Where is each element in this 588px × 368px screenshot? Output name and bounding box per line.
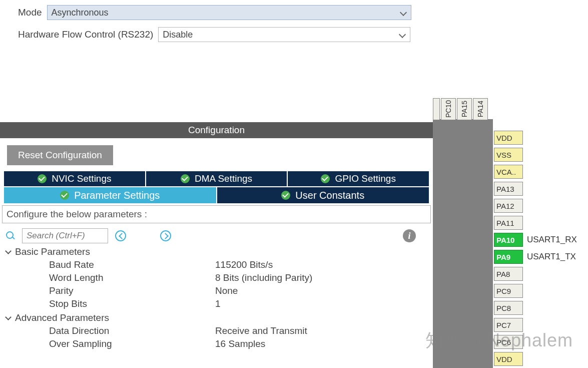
param-value-oversamp[interactable]: 16 Samples — [215, 338, 265, 349]
check-icon — [60, 191, 69, 200]
pin-label: PC10 — [444, 100, 452, 118]
configuration-header: Configuration — [0, 122, 433, 138]
param-value-parity[interactable]: None — [215, 285, 238, 296]
param-label-oversamp: Over Sampling — [49, 338, 215, 349]
pin-function-label: USART1_RX — [527, 235, 577, 245]
param-label-stopbits: Stop Bits — [49, 298, 215, 309]
pin-vdd[interactable]: VDD — [494, 131, 523, 145]
tab-label: User Constants — [295, 190, 364, 201]
mode-label: Mode — [18, 7, 42, 18]
param-value-baud[interactable]: 115200 Bits/s — [215, 259, 273, 270]
param-label-parity: Parity — [49, 285, 215, 296]
pin-vss[interactable]: VSS — [494, 148, 523, 162]
tab-label: Parameter Settings — [74, 190, 160, 201]
group-basic-parameters[interactable]: Basic Parameters — [5, 246, 433, 257]
mode-select[interactable]: Asynchronous — [47, 5, 411, 20]
pin-label: PA15 — [460, 101, 468, 117]
tab-label: DMA Settings — [195, 173, 252, 184]
mode-value: Asynchronous — [52, 8, 109, 18]
pin-vca[interactable]: VCA.. — [494, 165, 523, 179]
pin-vdd[interactable]: VDD — [494, 352, 523, 366]
tab-label: NVIC Settings — [52, 173, 111, 184]
param-label-datadir: Data Direction — [49, 325, 215, 336]
tab-gpio-settings[interactable]: GPIO Settings — [288, 171, 429, 186]
param-label-wordlen: Word Length — [49, 272, 215, 283]
chevron-down-icon — [5, 315, 11, 321]
collapse-next-button[interactable] — [160, 230, 171, 241]
pin-pa10[interactable]: PA10 — [494, 233, 523, 247]
group-label: Advanced Parameters — [15, 312, 109, 323]
tab-label: GPIO Settings — [335, 173, 395, 184]
pin-pa11[interactable]: PA11 — [494, 216, 523, 230]
tab-dma-settings[interactable]: DMA Settings — [146, 171, 287, 186]
tab-parameter-settings[interactable]: Parameter Settings — [4, 187, 216, 203]
chip-body — [433, 119, 493, 368]
configure-hint: Configure the below parameters : — [2, 205, 431, 223]
search-input[interactable] — [22, 228, 108, 243]
group-advanced-parameters[interactable]: Advanced Parameters — [5, 312, 433, 323]
pin-pa15[interactable]: PA15 — [457, 98, 472, 120]
pin-label: PA14 — [476, 101, 484, 117]
pin-pc6[interactable]: PC6 — [494, 335, 523, 349]
pin-pc9[interactable]: PC9 — [494, 284, 523, 298]
check-icon — [38, 174, 47, 183]
pin-function-label: USART1_TX — [527, 252, 576, 262]
pin-pa9[interactable]: PA9 — [494, 250, 523, 264]
chevron-down-icon — [399, 31, 406, 38]
flow-control-select[interactable]: Disable — [158, 27, 410, 42]
group-label: Basic Parameters — [15, 246, 90, 257]
check-icon — [181, 174, 190, 183]
reset-configuration-button[interactable]: Reset Configuration — [7, 145, 113, 165]
pin-pa14[interactable]: PA14 — [473, 98, 488, 120]
flow-control-label: Hardware Flow Control (RS232) — [18, 29, 153, 40]
pin-pc8[interactable]: PC8 — [494, 301, 523, 315]
chevron-down-icon — [5, 249, 11, 255]
param-value-stopbits[interactable]: 1 — [215, 298, 221, 309]
tab-nvic-settings[interactable]: NVIC Settings — [4, 171, 145, 186]
check-icon — [321, 174, 330, 183]
tab-user-constants[interactable]: User Constants — [217, 187, 429, 203]
collapse-prev-button[interactable] — [115, 230, 126, 241]
check-icon — [281, 191, 290, 200]
pin-pa13[interactable]: PA13 — [494, 182, 523, 196]
pin-pa8[interactable]: PA8 — [494, 267, 523, 281]
chevron-down-icon — [400, 9, 407, 16]
info-icon[interactable]: i — [403, 229, 416, 242]
param-value-wordlen[interactable]: 8 Bits (including Parity) — [215, 272, 312, 283]
pin-pc10[interactable]: PC10 — [441, 98, 456, 120]
pin-pc7[interactable]: PC7 — [494, 318, 523, 332]
param-label-baud: Baud Rate — [49, 259, 215, 270]
flow-control-value: Disable — [163, 30, 193, 40]
search-icon — [6, 231, 15, 240]
param-value-datadir[interactable]: Receive and Transmit — [215, 325, 307, 336]
pin-top-partial[interactable] — [433, 98, 440, 120]
pin-pa12[interactable]: PA12 — [494, 199, 523, 213]
